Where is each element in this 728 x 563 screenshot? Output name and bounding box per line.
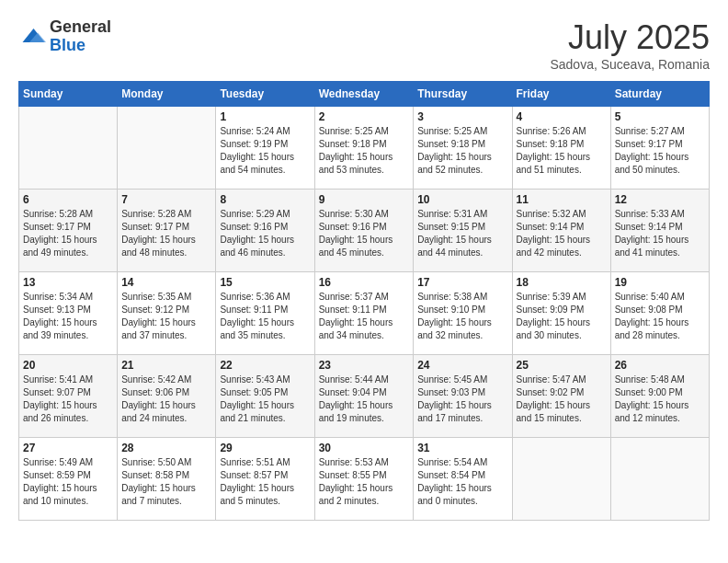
day-number: 19 xyxy=(615,276,705,289)
weekday-header: Wednesday xyxy=(314,82,414,107)
day-number: 11 xyxy=(517,193,607,206)
day-number: 16 xyxy=(319,276,410,289)
day-number: 18 xyxy=(517,276,607,289)
calendar-week-row: 20Sunrise: 5:41 AM Sunset: 9:07 PM Dayli… xyxy=(19,355,710,438)
day-info: Sunrise: 5:38 AM Sunset: 9:10 PM Dayligh… xyxy=(417,291,507,342)
day-number: 9 xyxy=(319,193,410,206)
weekday-header: Sunday xyxy=(19,82,118,107)
calendar-cell: 15Sunrise: 5:36 AM Sunset: 9:11 PM Dayli… xyxy=(216,272,314,355)
day-number: 8 xyxy=(220,193,310,206)
day-info: Sunrise: 5:44 AM Sunset: 9:04 PM Dayligh… xyxy=(319,373,410,425)
day-info: Sunrise: 5:32 AM Sunset: 9:14 PM Dayligh… xyxy=(517,208,607,259)
day-info: Sunrise: 5:51 AM Sunset: 8:57 PM Dayligh… xyxy=(220,456,310,508)
day-number: 27 xyxy=(23,442,113,454)
day-info: Sunrise: 5:26 AM Sunset: 9:18 PM Dayligh… xyxy=(517,125,607,177)
calendar-cell: 31Sunrise: 5:54 AM Sunset: 8:54 PM Dayli… xyxy=(414,438,512,521)
calendar-cell: 22Sunrise: 5:43 AM Sunset: 9:05 PM Dayli… xyxy=(216,355,314,438)
day-number: 28 xyxy=(121,442,211,454)
calendar-cell: 3Sunrise: 5:25 AM Sunset: 9:18 PM Daylig… xyxy=(414,107,512,190)
calendar-cell: 26Sunrise: 5:48 AM Sunset: 9:00 PM Dayli… xyxy=(610,355,709,438)
day-number: 24 xyxy=(417,359,507,372)
day-number: 2 xyxy=(319,110,410,123)
logo-icon xyxy=(18,23,46,51)
day-number: 10 xyxy=(417,193,507,206)
calendar-cell: 10Sunrise: 5:31 AM Sunset: 9:15 PM Dayli… xyxy=(414,190,512,272)
day-number: 29 xyxy=(220,442,310,454)
day-number: 12 xyxy=(615,193,705,206)
day-number: 23 xyxy=(319,359,410,372)
weekday-header: Saturday xyxy=(610,82,709,107)
calendar-week-row: 1Sunrise: 5:24 AM Sunset: 9:19 PM Daylig… xyxy=(19,107,710,190)
weekday-header: Friday xyxy=(512,82,610,107)
day-info: Sunrise: 5:47 AM Sunset: 9:02 PM Dayligh… xyxy=(517,373,607,425)
calendar-cell: 11Sunrise: 5:32 AM Sunset: 9:14 PM Dayli… xyxy=(512,190,610,272)
day-info: Sunrise: 5:25 AM Sunset: 9:18 PM Dayligh… xyxy=(319,125,410,177)
calendar-cell: 30Sunrise: 5:53 AM Sunset: 8:55 PM Dayli… xyxy=(314,438,414,521)
day-number: 20 xyxy=(23,359,113,372)
day-info: Sunrise: 5:39 AM Sunset: 9:09 PM Dayligh… xyxy=(517,291,607,342)
day-number: 7 xyxy=(121,193,211,206)
day-info: Sunrise: 5:27 AM Sunset: 9:17 PM Dayligh… xyxy=(615,125,705,177)
day-info: Sunrise: 5:48 AM Sunset: 9:00 PM Dayligh… xyxy=(615,373,705,425)
weekday-header: Monday xyxy=(118,82,216,107)
calendar-cell: 2Sunrise: 5:25 AM Sunset: 9:18 PM Daylig… xyxy=(314,107,414,190)
calendar-cell xyxy=(610,438,709,521)
day-info: Sunrise: 5:24 AM Sunset: 9:19 PM Dayligh… xyxy=(220,125,310,177)
day-info: Sunrise: 5:29 AM Sunset: 9:16 PM Dayligh… xyxy=(220,208,310,259)
day-number: 6 xyxy=(23,193,113,206)
day-info: Sunrise: 5:54 AM Sunset: 8:54 PM Dayligh… xyxy=(417,456,507,508)
calendar-cell: 23Sunrise: 5:44 AM Sunset: 9:04 PM Dayli… xyxy=(314,355,414,438)
day-number: 15 xyxy=(220,276,310,289)
day-number: 26 xyxy=(615,359,705,372)
day-info: Sunrise: 5:31 AM Sunset: 9:15 PM Dayligh… xyxy=(417,208,507,259)
day-info: Sunrise: 5:53 AM Sunset: 8:55 PM Dayligh… xyxy=(319,456,410,508)
weekday-header-row: SundayMondayTuesdayWednesdayThursdayFrid… xyxy=(19,82,710,107)
day-number: 5 xyxy=(615,110,705,123)
day-number: 31 xyxy=(417,442,507,454)
calendar-cell: 17Sunrise: 5:38 AM Sunset: 9:10 PM Dayli… xyxy=(414,272,512,355)
logo-line1: General xyxy=(50,18,111,37)
month-title: July 2025 xyxy=(550,18,710,57)
calendar-cell: 18Sunrise: 5:39 AM Sunset: 9:09 PM Dayli… xyxy=(512,272,610,355)
day-info: Sunrise: 5:41 AM Sunset: 9:07 PM Dayligh… xyxy=(23,373,113,425)
day-info: Sunrise: 5:49 AM Sunset: 8:59 PM Dayligh… xyxy=(23,456,113,508)
calendar-table: SundayMondayTuesdayWednesdayThursdayFrid… xyxy=(18,81,710,521)
day-info: Sunrise: 5:30 AM Sunset: 9:16 PM Dayligh… xyxy=(319,208,410,259)
calendar-cell: 20Sunrise: 5:41 AM Sunset: 9:07 PM Dayli… xyxy=(19,355,118,438)
calendar-cell: 5Sunrise: 5:27 AM Sunset: 9:17 PM Daylig… xyxy=(610,107,709,190)
day-number: 1 xyxy=(220,110,310,123)
day-number: 21 xyxy=(121,359,211,372)
title-block: July 2025 Sadova, Suceava, Romania xyxy=(550,18,710,72)
calendar-cell: 25Sunrise: 5:47 AM Sunset: 9:02 PM Dayli… xyxy=(512,355,610,438)
calendar-cell: 21Sunrise: 5:42 AM Sunset: 9:06 PM Dayli… xyxy=(118,355,216,438)
weekday-header: Tuesday xyxy=(216,82,314,107)
calendar-cell: 13Sunrise: 5:34 AM Sunset: 9:13 PM Dayli… xyxy=(19,272,118,355)
day-info: Sunrise: 5:42 AM Sunset: 9:06 PM Dayligh… xyxy=(121,373,211,425)
page-header: General Blue July 2025 Sadova, Suceava, … xyxy=(18,18,710,72)
calendar-week-row: 6Sunrise: 5:28 AM Sunset: 9:17 PM Daylig… xyxy=(19,190,710,272)
calendar-cell: 19Sunrise: 5:40 AM Sunset: 9:08 PM Dayli… xyxy=(610,272,709,355)
calendar-cell: 24Sunrise: 5:45 AM Sunset: 9:03 PM Dayli… xyxy=(414,355,512,438)
weekday-header: Thursday xyxy=(414,82,512,107)
location-subtitle: Sadova, Suceava, Romania xyxy=(550,57,710,72)
day-info: Sunrise: 5:40 AM Sunset: 9:08 PM Dayligh… xyxy=(615,291,705,342)
calendar-cell: 16Sunrise: 5:37 AM Sunset: 9:11 PM Dayli… xyxy=(314,272,414,355)
calendar-cell: 6Sunrise: 5:28 AM Sunset: 9:17 PM Daylig… xyxy=(19,190,118,272)
calendar-week-row: 27Sunrise: 5:49 AM Sunset: 8:59 PM Dayli… xyxy=(19,438,710,521)
calendar-cell xyxy=(512,438,610,521)
day-info: Sunrise: 5:43 AM Sunset: 9:05 PM Dayligh… xyxy=(220,373,310,425)
calendar-cell: 8Sunrise: 5:29 AM Sunset: 9:16 PM Daylig… xyxy=(216,190,314,272)
calendar-cell: 4Sunrise: 5:26 AM Sunset: 9:18 PM Daylig… xyxy=(512,107,610,190)
calendar-cell: 7Sunrise: 5:28 AM Sunset: 9:17 PM Daylig… xyxy=(118,190,216,272)
day-info: Sunrise: 5:25 AM Sunset: 9:18 PM Dayligh… xyxy=(417,125,507,177)
day-info: Sunrise: 5:35 AM Sunset: 9:12 PM Dayligh… xyxy=(121,291,211,342)
calendar-cell: 14Sunrise: 5:35 AM Sunset: 9:12 PM Dayli… xyxy=(118,272,216,355)
calendar-cell: 1Sunrise: 5:24 AM Sunset: 9:19 PM Daylig… xyxy=(216,107,314,190)
day-number: 25 xyxy=(517,359,607,372)
day-info: Sunrise: 5:45 AM Sunset: 9:03 PM Dayligh… xyxy=(417,373,507,425)
day-info: Sunrise: 5:28 AM Sunset: 9:17 PM Dayligh… xyxy=(121,208,211,259)
calendar-cell: 29Sunrise: 5:51 AM Sunset: 8:57 PM Dayli… xyxy=(216,438,314,521)
day-number: 4 xyxy=(517,110,607,123)
logo: General Blue xyxy=(18,18,111,55)
day-number: 13 xyxy=(23,276,113,289)
